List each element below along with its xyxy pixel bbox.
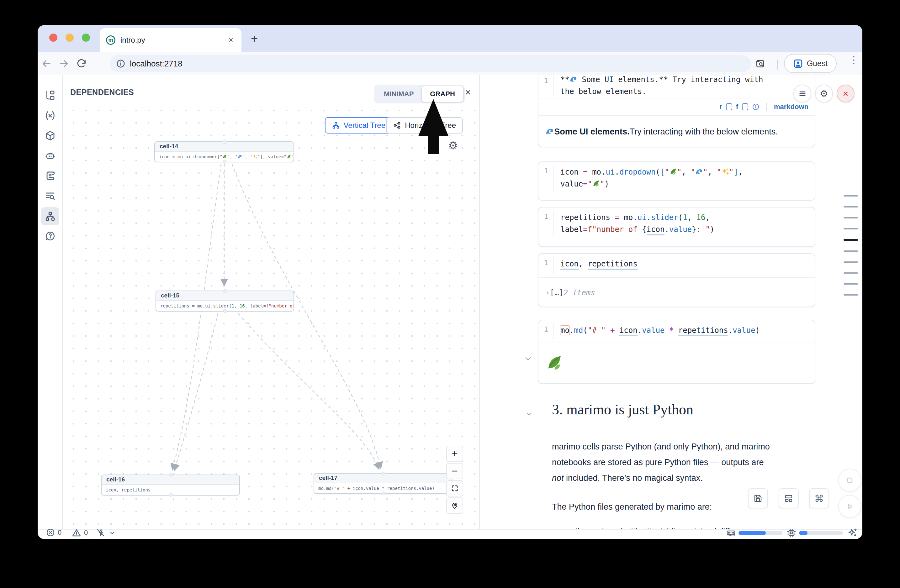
- ram-progress-bar: [739, 531, 782, 535]
- sidebar-item-packages[interactable]: [45, 130, 56, 141]
- graph-node-cell-16[interactable]: cell-16 icon, repetitions: [101, 475, 240, 495]
- new-tab-button[interactable]: +: [251, 32, 258, 45]
- close-x-icon: ×: [843, 88, 849, 99]
- rail-cell-indicator[interactable]: [844, 195, 858, 197]
- notebook-cell-dropdown[interactable]: 1 icon = mo.ui.dropdown(["", "", ""], va…: [538, 161, 815, 201]
- error-count: 0: [58, 528, 62, 537]
- rail-cell-indicator[interactable]: [844, 283, 858, 285]
- section-heading: 3. marimo is just Python: [552, 401, 694, 418]
- rail-cell-indicator[interactable]: [844, 272, 858, 274]
- zoom-controls: + −: [446, 446, 463, 514]
- reload-icon[interactable]: [73, 58, 90, 69]
- notebook-settings-button[interactable]: ⚙: [815, 85, 833, 102]
- dependency-graph-canvas[interactable]: cell-14 icon = mo.ui.dropdown(["", "", "…: [63, 110, 479, 529]
- chevron-down-icon[interactable]: [525, 410, 533, 418]
- browser-tabstrip: m intro.py × +: [38, 25, 862, 52]
- browser-tab[interactable]: m intro.py ×: [100, 28, 242, 52]
- rail-cell-indicator[interactable]: [844, 228, 858, 229]
- chevron-down-icon[interactable]: [524, 354, 532, 363]
- url-bar[interactable]: localhost:2718: [110, 55, 751, 72]
- macos-zoom-button[interactable]: [82, 34, 90, 42]
- error-counter[interactable]: 0: [46, 528, 62, 537]
- site-info-icon[interactable]: [116, 59, 126, 68]
- forward-icon[interactable]: [55, 58, 73, 69]
- fit-view-button[interactable]: [446, 480, 463, 497]
- stop-button[interactable]: [838, 469, 861, 492]
- notebook-cell-md[interactable]: 1 mo.md("# " + icon.value * repetitions.…: [538, 320, 815, 384]
- cpu-usage[interactable]: [787, 528, 843, 538]
- wave-emoji-icon: [545, 127, 554, 137]
- sidebar-item-dependencies[interactable]: [45, 210, 56, 222]
- line-number: 1: [538, 254, 554, 277]
- keyboard-shortcuts-button[interactable]: ⌘: [809, 488, 829, 508]
- rail-cell-indicator[interactable]: [844, 251, 858, 252]
- vertical-tree-button[interactable]: Vertical Tree: [325, 117, 392, 133]
- sparkle-ai-icon: [847, 528, 858, 538]
- graph-node-cell-15[interactable]: cell-15 repetitions = mo.ui.slider(1, 16…: [155, 291, 294, 311]
- notebook-cell-markdown[interactable]: 1 ** Some UI elements.** Try interacting…: [538, 75, 815, 147]
- marimo-favicon-icon: m: [106, 36, 115, 45]
- sidebar-item-logs[interactable]: [45, 170, 56, 181]
- sidebar-item-variables[interactable]: [45, 110, 56, 121]
- badge-f-label[interactable]: f: [736, 103, 738, 111]
- ai-assistant-toggle[interactable]: [847, 528, 858, 538]
- badge-divider: [767, 102, 767, 111]
- stop-square-icon: [845, 475, 855, 485]
- close-panel-icon[interactable]: ×: [465, 87, 471, 98]
- back-icon[interactable]: [38, 58, 55, 69]
- connection-toggle[interactable]: [96, 528, 116, 538]
- sparkles-emoji-icon: [721, 168, 729, 176]
- horizontal-tree-label: Horizontal Tree: [405, 121, 456, 130]
- section-paragraph: marimo cells parse Python (and only Pyth…: [552, 439, 773, 486]
- tab-graph[interactable]: GRAPH: [422, 86, 463, 102]
- locate-button[interactable]: [446, 497, 463, 514]
- browser-toolbar: localhost:2718 Guest ⋮: [38, 52, 862, 75]
- error-circle-icon: [46, 528, 55, 537]
- save-button[interactable]: [748, 488, 768, 508]
- info-icon[interactable]: [752, 103, 759, 111]
- graph-settings-gear-icon[interactable]: ⚙: [448, 139, 458, 152]
- rail-cell-indicator[interactable]: [844, 239, 858, 241]
- avatar-icon: [793, 59, 803, 69]
- line-number: 1: [538, 162, 554, 194]
- tuple-output[interactable]: › [ … ] 2 Items: [538, 278, 815, 307]
- zoom-in-button[interactable]: +: [446, 446, 463, 462]
- profile-button[interactable]: Guest: [784, 54, 836, 73]
- rail-cell-indicator[interactable]: [844, 262, 858, 263]
- badge-r-checkbox[interactable]: [726, 103, 732, 110]
- tab-close-icon[interactable]: ×: [227, 35, 235, 45]
- graph-node-cell-17[interactable]: cell-17 mo.md("# " + icon.value * repeti…: [313, 473, 453, 494]
- shutdown-button[interactable]: ×: [836, 85, 855, 102]
- sidebar-item-ai-assistant[interactable]: [45, 150, 56, 161]
- graph-node-cell-14[interactable]: cell-14 icon = mo.ui.dropdown(["", "", "…: [154, 141, 294, 162]
- sidebar-item-search[interactable]: [45, 190, 56, 201]
- cell-language-label[interactable]: markdown: [774, 103, 808, 111]
- rail-cell-indicator[interactable]: [844, 217, 858, 218]
- layout-toggle-button[interactable]: [779, 488, 799, 508]
- warning-counter[interactable]: 0: [71, 528, 88, 538]
- badge-f-checkbox[interactable]: [742, 103, 748, 110]
- wave-emoji-icon: [695, 168, 703, 176]
- rail-cell-indicator[interactable]: [844, 206, 858, 207]
- node-title: cell-17: [314, 473, 452, 483]
- notebook-menu-button[interactable]: [793, 85, 811, 102]
- tab-search-icon[interactable]: [755, 59, 765, 69]
- ram-usage[interactable]: [726, 528, 782, 538]
- macos-close-button[interactable]: [49, 34, 57, 42]
- sidebar-item-help[interactable]: [45, 231, 56, 241]
- zoom-out-button[interactable]: −: [446, 463, 463, 479]
- browser-menu-icon[interactable]: ⋮: [849, 54, 859, 65]
- dependencies-panel: DEPENDENCIES MINIMAP GRAPH ×: [63, 75, 480, 529]
- badge-r-label[interactable]: r: [719, 103, 722, 111]
- macos-minimize-button[interactable]: [65, 34, 74, 42]
- notebook-cell-tuple[interactable]: 1 icon, repetitions › [ … ] 2 Items: [538, 253, 815, 307]
- browser-window: m intro.py × + localhost:2718 Guest ⋮: [38, 25, 862, 539]
- run-button[interactable]: [838, 495, 861, 518]
- url-text: localhost:2718: [130, 59, 183, 69]
- notebook-cell-slider[interactable]: 1 repetitions = mo.ui.slider(1, 16, labe…: [538, 207, 815, 247]
- rail-cell-indicator[interactable]: [844, 294, 858, 296]
- horizontal-tree-button[interactable]: Horizontal Tree: [386, 117, 463, 133]
- tab-minimap[interactable]: MINIMAP: [376, 86, 422, 102]
- dependency-edges: [63, 110, 479, 529]
- sidebar-item-file-explorer[interactable]: [45, 90, 56, 101]
